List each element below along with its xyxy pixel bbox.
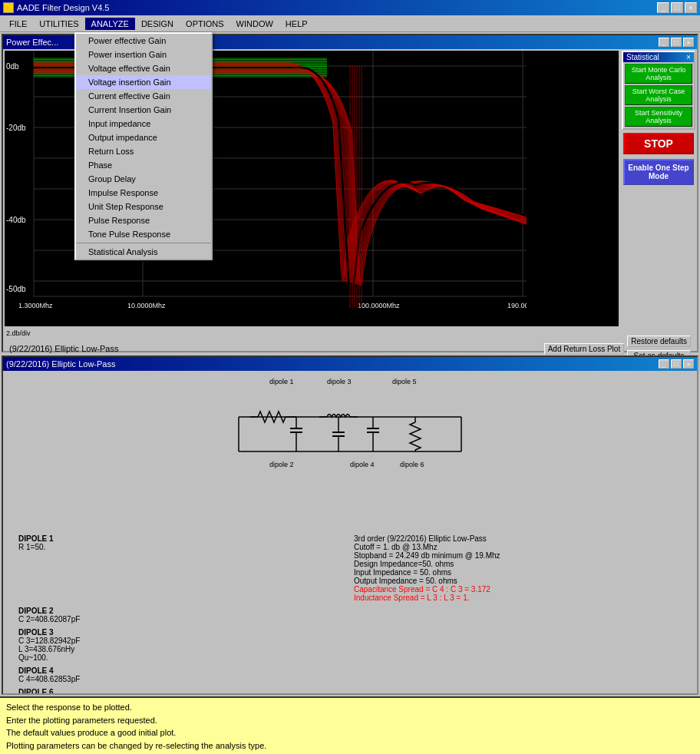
dipole-3-qu: Qu~100.: [18, 653, 346, 662]
status-line-3: The default values produce a good initia…: [6, 726, 694, 739]
dipole-3-label: DIPOLE 3: [18, 628, 346, 637]
dipole-1-section: DIPOLE 1 R 1=50.: [15, 532, 350, 604]
status-line-1: Select the response to be plotted.: [6, 701, 694, 714]
svg-text:dipole 3: dipole 3: [327, 378, 352, 385]
add-return-loss-button[interactable]: Add Return Loss Plot: [544, 343, 625, 355]
design-cutoff: Cutoff = 1. db @ 13.Mhz: [354, 543, 682, 551]
dipole-2-label: DIPOLE 2: [18, 607, 346, 615]
graph-caption-row: (9/22/2016) Elliptic Low-Pass Add Return…: [3, 342, 697, 356]
sensitivity-button[interactable]: Start Sensitivity Analysis: [625, 107, 692, 127]
statistical-close[interactable]: ×: [686, 53, 691, 61]
dropdown-curr-ins[interactable]: Current Insertion Gain: [76, 103, 211, 117]
status-line-4: Plotting parameters can be changed by re…: [6, 739, 694, 752]
dipole-info-section: 3rd order (9/22/2016) Elliptic Low-Pass …: [350, 532, 685, 604]
schematic-maximize[interactable]: □: [671, 359, 682, 369]
dropdown-curr-eff[interactable]: Current effective Gain: [76, 89, 211, 103]
dropdown-volt-ins[interactable]: Voltage insertion Gain: [76, 75, 211, 89]
menu-file[interactable]: FILE: [3, 18, 33, 30]
menu-design[interactable]: DESIGN: [135, 18, 180, 30]
dipole-empty-2: [350, 604, 685, 626]
circuit-schematic: dipole 1 dipole 3 dipole 5: [227, 375, 473, 528]
dropdown-power-eff[interactable]: Power effective Gain: [76, 34, 211, 48]
menu-bar: FILE UTILITIES ANALYZE DESIGN OPTIONS WI…: [0, 15, 700, 32]
schematic-panel-title: (9/22/2016) Elliptic Low-Pass: [6, 359, 115, 369]
schematic-panel-titlebar: (9/22/2016) Elliptic Low-Pass _ □ ×: [3, 357, 697, 371]
dipole-1-label: DIPOLE 1: [18, 534, 346, 543]
status-line-2: Enter the plotting parameters requested.: [6, 714, 694, 727]
svg-text:dipole 2: dipole 2: [269, 461, 294, 468]
cap-spread: Capacitance Spread = C 4 : C 3 = 3.172: [354, 585, 682, 594]
dropdown-unit-step[interactable]: Unit Step Response: [76, 200, 211, 213]
menu-help[interactable]: HELP: [279, 18, 314, 30]
component-data: DIPOLE 1 R 1=50. 3rd order (9/22/2016) E…: [7, 528, 693, 693]
dropdown-separator: [76, 243, 211, 243]
graph-minimize[interactable]: _: [659, 38, 669, 47]
dropdown-tone-pulse[interactable]: Tone Pulse Response: [76, 227, 211, 241]
close-button[interactable]: ×: [685, 2, 697, 13]
ind-spread: Inductance Spread = L 3 : L 3 = 1.: [354, 594, 682, 602]
menu-analyze[interactable]: ANALYZE: [85, 18, 135, 30]
graph-maximize[interactable]: □: [671, 38, 682, 47]
dropdown-return-loss[interactable]: Return Loss: [76, 144, 211, 158]
dropdown-power-ins[interactable]: Power insertion Gain: [76, 48, 211, 61]
input-imp: Input Impedance = 50. ohms: [354, 568, 682, 577]
graph-right-panel: Statistical × Start Monte Carlo Analysis…: [620, 49, 697, 328]
svg-text:dipole 6: dipole 6: [400, 461, 424, 468]
dipole-empty-3: [350, 626, 685, 664]
dipole-empty-4: [350, 664, 685, 686]
dropdown-impulse[interactable]: Impulse Response: [76, 186, 211, 200]
dipole-4-section: DIPOLE 4 C 4=408.62853pF: [15, 664, 350, 686]
app-icon: [3, 2, 14, 13]
dropdown-group-delay[interactable]: Group Delay: [76, 172, 211, 186]
monte-carlo-button[interactable]: Start Monte Carlo Analysis: [625, 64, 692, 84]
menu-options[interactable]: OPTIONS: [180, 18, 230, 30]
minimize-button[interactable]: _: [657, 2, 669, 13]
menu-window[interactable]: WINDOW: [230, 18, 279, 30]
dipole-6-section: DIPOLE 6 R 6=50.: [15, 686, 350, 693]
schematic-minimize[interactable]: _: [659, 359, 669, 369]
dropdown-volt-eff[interactable]: Voltage effective Gain: [76, 61, 211, 75]
graph-caption: (9/22/2016) Elliptic Low-Pass: [9, 344, 118, 353]
svg-text:dipole 4: dipole 4: [350, 461, 375, 468]
analyze-dropdown: Power effective Gain Power insertion Gai…: [74, 32, 213, 260]
restore-defaults-button[interactable]: Restore defaults: [627, 336, 691, 347]
dipole-2-value: C 2=408.62087pF: [18, 615, 346, 623]
dropdown-phase[interactable]: Phase: [76, 158, 211, 172]
graph-panel-title: Power Effec...: [6, 38, 58, 47]
menu-utilities[interactable]: UTILITIES: [33, 18, 84, 30]
design-imp: Design Impedance=50. ohms: [354, 560, 682, 568]
one-step-button[interactable]: Enable One Step Mode: [623, 159, 694, 185]
dropdown-input-imp[interactable]: Input impedance: [76, 117, 211, 131]
dropdown-output-imp[interactable]: Output impedance: [76, 131, 211, 144]
statistical-title: Statistical ×: [623, 52, 694, 62]
app-title: AADE Filter Design V4.5: [17, 3, 109, 12]
worst-case-button[interactable]: Start Worst Case Analysis: [625, 85, 692, 105]
svg-text:dipole 5: dipole 5: [392, 378, 417, 385]
dipole-4-value: C 4=408.62853pF: [18, 675, 346, 683]
graph-close[interactable]: ×: [683, 38, 694, 47]
maximize-button[interactable]: □: [671, 2, 683, 13]
svg-text:dipole 1: dipole 1: [269, 378, 294, 385]
dropdown-stat-analysis[interactable]: Statistical Analysis: [76, 245, 211, 259]
schematic-diagram-area: dipole 1 dipole 3 dipole 5: [3, 371, 697, 693]
output-imp: Output Impedance = 50. ohms: [354, 577, 682, 585]
title-bar: AADE Filter Design V4.5 _ □ ×: [0, 0, 700, 15]
design-order: 3rd order (9/22/2016) Elliptic Low-Pass: [354, 534, 682, 543]
dipole-2-section: DIPOLE 2 C 2=408.62087pF: [15, 604, 350, 626]
schematic-close[interactable]: ×: [683, 359, 694, 369]
dipole-3-section: DIPOLE 3 C 3=128.82942pF L 3=438.676nHy …: [15, 626, 350, 664]
schematic-panel: (9/22/2016) Elliptic Low-Pass _ □ × dipo…: [2, 356, 698, 695]
dropdown-pulse[interactable]: Pulse Response: [76, 213, 211, 227]
dipole-6-label: DIPOLE 6: [18, 688, 346, 693]
x-label-scale: 2.db/div: [6, 329, 31, 340]
design-stopband: Stopband = 24.249 db minimum @ 19.Mhz: [354, 551, 682, 560]
dipole-3-l: L 3=438.676nHy: [18, 645, 346, 653]
status-bar: Select the response to be plotted. Enter…: [0, 696, 700, 754]
statistical-panel: Statistical × Start Monte Carlo Analysis…: [622, 51, 695, 130]
dipole-4-label: DIPOLE 4: [18, 666, 346, 675]
dipole-1-value: R 1=50.: [18, 543, 346, 551]
stop-button[interactable]: STOP: [623, 133, 694, 154]
dipole-3-c: C 3=128.82942pF: [18, 637, 346, 645]
